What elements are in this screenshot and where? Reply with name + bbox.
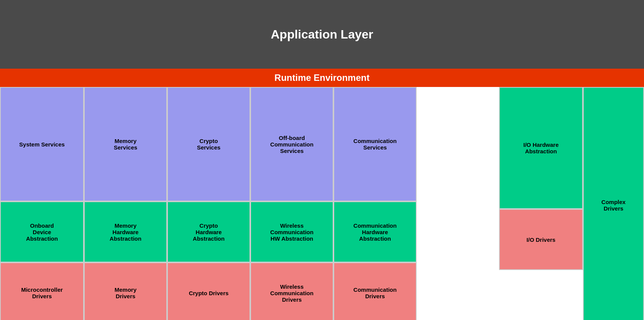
runtime-environment: Runtime Environment	[0, 69, 644, 87]
drivers-row: MemoryDrivers Crypto Drivers WirelessCom…	[84, 262, 499, 320]
crypto-drivers-cell: Crypto Drivers	[167, 262, 250, 320]
memory-services-label: MemoryServices	[114, 138, 137, 151]
application-layer-title: Application Layer	[271, 27, 374, 42]
application-layer: Application Layer	[0, 0, 644, 69]
services-row: MemoryServices CryptoServices Off-boardC…	[84, 87, 499, 201]
memory-drivers-cell: MemoryDrivers	[84, 262, 167, 320]
memory-services-cell: MemoryServices	[84, 87, 167, 201]
crypto-hardware-abstraction-label: CryptoHardwareAbstraction	[193, 222, 224, 242]
wireless-hw-abstraction-label: WirelessCommunicationHW Abstraction	[270, 222, 313, 242]
offboard-communication-label: Off-boardCommunicationServices	[270, 135, 313, 154]
main-grid: System Services OnboardDeviceAbstraction…	[0, 87, 644, 320]
communication-hardware-abstraction-cell: CommunicationHardwareAbstraction	[333, 201, 417, 262]
hw-abstraction-row: MemoryHardwareAbstraction CryptoHardware…	[84, 201, 499, 262]
memory-hardware-abstraction-cell: MemoryHardwareAbstraction	[84, 201, 167, 262]
crypto-services-label: CryptoServices	[197, 138, 221, 151]
io-drivers-label: I/O Drivers	[526, 236, 555, 243]
crypto-drivers-label: Crypto Drivers	[189, 290, 229, 296]
page-wrapper: Application Layer Runtime Environment Sy…	[0, 0, 644, 320]
crypto-services-cell: CryptoServices	[167, 87, 250, 201]
wireless-communication-drivers-label: WirelessCommunicationDrivers	[270, 283, 313, 303]
wireless-hw-abstraction-cell: WirelessCommunicationHW Abstraction	[250, 201, 333, 262]
microcontroller-drivers-cell: MicrocontrollerDrivers	[0, 262, 84, 320]
io-drivers-cell: I/O Drivers	[499, 209, 583, 270]
wireless-communication-drivers-cell: WirelessCommunicationDrivers	[250, 262, 333, 320]
runtime-environment-title: Runtime Environment	[274, 72, 369, 83]
complex-drivers-cell: ComplexDrivers	[583, 87, 644, 320]
memory-drivers-label: MemoryDrivers	[114, 286, 137, 299]
communication-drivers-label: CommunicationDrivers	[353, 286, 396, 299]
complex-drivers-label: ComplexDrivers	[601, 199, 625, 212]
offboard-communication-cell: Off-boardCommunicationServices	[250, 87, 333, 201]
system-services-label: System Services	[19, 141, 64, 148]
center-grid: MemoryServices CryptoServices Off-boardC…	[84, 87, 499, 320]
system-services-cell: System Services	[0, 87, 84, 201]
left-column: System Services OnboardDeviceAbstraction…	[0, 87, 84, 320]
io-hardware-abstraction-label: I/O HardwareAbstraction	[523, 142, 559, 154]
memory-hardware-abstraction-label: MemoryHardwareAbstraction	[109, 222, 141, 242]
onboard-device-abstraction-cell: OnboardDeviceAbstraction	[0, 201, 84, 262]
communication-services-label: CommunicationServices	[353, 138, 396, 151]
onboard-device-label: OnboardDeviceAbstraction	[26, 222, 58, 242]
io-hardware-column: I/O HardwareAbstraction I/O Drivers	[499, 87, 583, 320]
communication-hardware-abstraction-label: CommunicationHardwareAbstraction	[353, 222, 396, 242]
complex-drivers-column: ComplexDrivers	[583, 87, 644, 320]
io-hardware-abstraction-cell: I/O HardwareAbstraction	[499, 87, 583, 209]
crypto-hardware-abstraction-cell: CryptoHardwareAbstraction	[167, 201, 250, 262]
communication-drivers-cell: CommunicationDrivers	[333, 262, 417, 320]
communication-services-cell: CommunicationServices	[333, 87, 417, 201]
microcontroller-drivers-label: MicrocontrollerDrivers	[21, 286, 63, 299]
